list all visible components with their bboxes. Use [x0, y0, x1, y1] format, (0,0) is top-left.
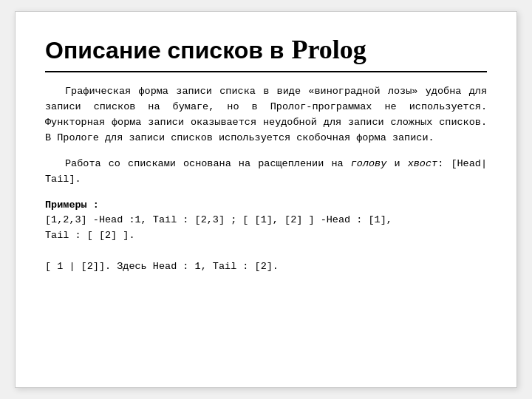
examples-line2: Tail : [ [2] ]. [45, 228, 487, 244]
paragraph2-middle: и [386, 158, 407, 169]
title-prolog: Prolog [292, 34, 366, 65]
examples-line3 [45, 244, 487, 259]
examples-line1: [1,2,3] -Head :1, Tail : [2,3] ; [ [1], … [45, 213, 487, 228]
paragraph2-italic2: хвост [408, 158, 438, 169]
title-area: Описание списков в Prolog [45, 34, 487, 65]
paragraph2-italic1: голову [351, 158, 387, 169]
examples-line4: [ 1 | [2]]. Здесь Head : 1, Tail : [2]. [45, 259, 487, 275]
paragraph2-prefix: Работа со списками основана на расщеплен… [65, 158, 351, 169]
examples-block: Примеры : [1,2,3] -Head :1, Tail : [2,3]… [45, 198, 487, 276]
examples-label: Примеры : [45, 198, 487, 214]
slide: Описание списков в Prolog Графическая фо… [15, 11, 517, 388]
examples-label-text: Примеры : [45, 200, 99, 211]
title-normal: Описание списков в [45, 37, 284, 64]
title-divider [45, 71, 487, 72]
paragraph2: Работа со списками основана на расщеплен… [45, 157, 487, 188]
paragraph1: Графическая форма записи списка в виде «… [45, 84, 487, 146]
